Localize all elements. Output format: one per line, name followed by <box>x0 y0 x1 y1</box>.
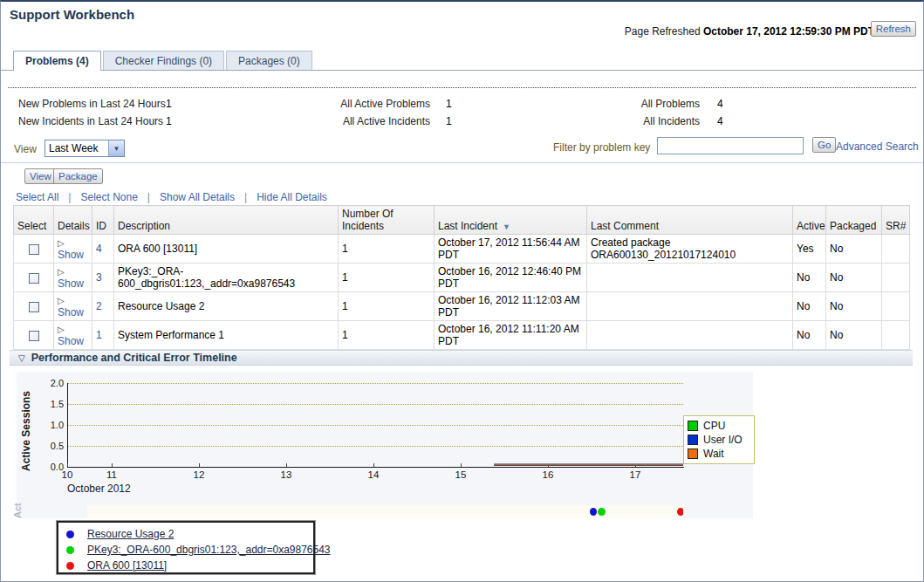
package-button[interactable]: Package <box>53 168 103 184</box>
active-flag: No <box>793 264 826 292</box>
view-select[interactable]: Last Week ▼ <box>44 140 125 157</box>
col-header-incidents[interactable]: Number Of Incidents <box>339 206 435 235</box>
tab-checker-findings[interactable]: Checker Findings (0) <box>103 51 224 70</box>
tab-packages[interactable]: Packages (0) <box>226 51 312 70</box>
incident-marker-icon <box>598 508 606 516</box>
table-header-row: Select Details ID Description Number Of … <box>14 206 910 235</box>
new-problems-value: 1 <box>166 98 172 110</box>
legend-label: Wait <box>703 448 724 460</box>
advanced-search-link[interactable]: Advanced Search <box>836 140 919 153</box>
view-select-value: Last Week <box>45 140 108 156</box>
active-flag: No <box>793 292 826 321</box>
hide-all-details-link[interactable]: Hide All Details <box>257 191 327 203</box>
table-row: ▷Show 2 Resource Usage 2 1 October 16, 2… <box>14 292 910 321</box>
legend-label: CPU <box>703 420 725 432</box>
sort-desc-icon[interactable]: ▼ <box>503 223 510 231</box>
active-flag: Yes <box>793 235 826 264</box>
expand-triangle-icon: ▷ <box>58 325 65 334</box>
incident-count: 1 <box>339 321 435 350</box>
show-all-details-link[interactable]: Show All Details <box>160 191 235 203</box>
problem-description: ORA 600 [13011] <box>114 235 339 264</box>
last-incident: October 16, 2012 12:46:40 PM PDT <box>435 264 587 292</box>
x-axis-line <box>67 467 684 468</box>
chart-y-axis-label: Active Sessions <box>20 387 32 475</box>
col-header-active[interactable]: Active <box>793 206 826 235</box>
show-details-link[interactable]: Show <box>58 249 84 261</box>
new-incidents-label: New Incidents in Last 24 Hours <box>18 115 163 127</box>
incident-link[interactable]: Resource Usage 2 <box>87 528 174 540</box>
incident-legend-item: ORA 600 [13011] <box>66 558 313 573</box>
show-details-link[interactable]: Show <box>58 277 84 290</box>
x-tick-mark <box>67 463 68 467</box>
select-none-link[interactable]: Select None <box>80 191 137 203</box>
col-header-packaged[interactable]: Packaged <box>826 206 882 235</box>
sr-number <box>882 292 910 321</box>
incident-link[interactable]: ORA 600 [13011] <box>87 559 167 572</box>
dropdown-arrow-icon[interactable]: ▼ <box>108 140 124 156</box>
go-button[interactable]: Go <box>812 137 836 153</box>
y-axis-line <box>67 383 68 467</box>
row-select-checkbox[interactable] <box>29 273 39 284</box>
chart-x-axis-label: October 2012 <box>67 483 131 495</box>
problem-description: Resource Usage 2 <box>114 292 339 321</box>
strip-axis-label: Act <box>12 485 23 518</box>
packaged-flag: No <box>826 292 882 321</box>
incident-link[interactable]: PKey3:_ORA-600_dbgris01:123,_addr=0xa987… <box>87 544 331 556</box>
timeline-chart: Active Sessions 2.0 1.5 1.0 0.5 0.0 10 1… <box>17 372 753 518</box>
col-header-select[interactable]: Select <box>14 206 54 235</box>
cpu-legend-swatch-icon <box>688 421 698 431</box>
col-header-last-comment[interactable]: Last Comment <box>587 206 793 235</box>
all-active-problems-value: 1 <box>446 98 452 110</box>
col-header-description[interactable]: Description <box>114 206 339 235</box>
problem-id: 2 <box>92 292 114 321</box>
page-refreshed: Page Refreshed October 17, 2012 12:59:30… <box>625 25 874 38</box>
incident-legend-item: PKey3:_ORA-600_dbgris01:123,_addr=0xa987… <box>66 542 313 558</box>
last-incident: October 17, 2012 11:56:44 AM PDT <box>435 235 587 264</box>
timeline-selector-strip[interactable] <box>87 505 683 518</box>
row-select-checkbox[interactable] <box>29 331 39 341</box>
row-select-checkbox[interactable] <box>29 302 39 312</box>
refresh-button[interactable]: Refresh <box>871 21 916 37</box>
x-tick-mark <box>286 463 287 467</box>
x-tick: 13 <box>276 469 297 480</box>
problem-description: PKey3:_ORA-600_dbgris01:123,_addr=0xa987… <box>114 264 339 292</box>
filter-input[interactable] <box>657 137 804 154</box>
x-tick: 15 <box>450 469 471 480</box>
incident-dot-icon <box>66 562 74 570</box>
selection-links: Select All | Select None | Show All Deta… <box>16 191 327 203</box>
select-all-link[interactable]: Select All <box>16 191 58 203</box>
link-separator: | <box>147 191 150 203</box>
sr-number <box>882 235 910 264</box>
view-button[interactable]: View <box>24 168 57 184</box>
col-header-last-incident[interactable]: Last Incident▼ <box>435 206 587 235</box>
legend-item: Wait <box>688 447 750 461</box>
problem-id: 3 <box>92 264 114 292</box>
tab-problems[interactable]: Problems (4) <box>13 51 101 71</box>
packaged-flag: No <box>826 235 882 264</box>
problem-id: 4 <box>92 235 114 264</box>
all-active-problems-label: All Active Problems <box>325 98 430 110</box>
incident-marker-icon <box>677 508 683 516</box>
timeline-section-header: ▽ Performance and Critical Error Timelin… <box>10 350 913 366</box>
last-incident: October 16, 2012 11:12:03 AM PDT <box>435 292 587 321</box>
show-details-link[interactable]: Show <box>58 335 84 347</box>
col-header-details[interactable]: Details <box>54 206 92 235</box>
disclosure-triangle-icon[interactable]: ▽ <box>18 353 25 363</box>
all-incidents-label: All Incidents <box>595 115 700 127</box>
gridline <box>67 446 683 447</box>
all-problems-value: 4 <box>717 98 723 110</box>
all-active-incidents-label: All Active Incidents <box>325 115 430 127</box>
sr-number <box>882 321 910 350</box>
col-header-id[interactable]: ID <box>92 206 114 235</box>
page-refreshed-time: October 17, 2012 12:59:30 PM PDT <box>703 25 874 38</box>
incident-count: 1 <box>339 264 435 292</box>
tab-bar: Problems (4) Checker Findings (0) Packag… <box>1 51 923 71</box>
sr-number <box>882 264 910 292</box>
col-header-sr[interactable]: SR# <box>882 206 910 235</box>
row-select-checkbox[interactable] <box>29 244 39 255</box>
last-comment: Created package ORA600130_20121017124010 <box>587 235 793 264</box>
page-refreshed-label: Page Refreshed <box>625 25 701 38</box>
show-details-link[interactable]: Show <box>58 306 84 318</box>
incident-marker-icon <box>590 508 597 516</box>
x-tick: 16 <box>537 469 558 480</box>
